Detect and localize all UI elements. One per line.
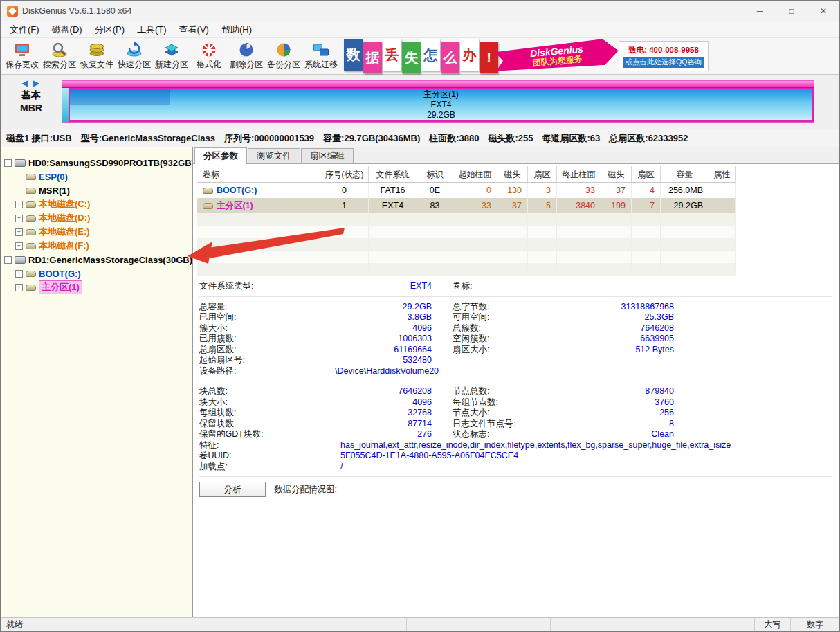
tree-item-label: 主分区(1): [39, 280, 82, 294]
partition-icon: [26, 271, 36, 277]
tree-item-hd0[interactable]: - HD0:SamsungSSD990PRO1TB(932GB): [1, 156, 192, 170]
disk-overview-strip[interactable]: [62, 81, 814, 88]
tab-bar: 分区参数 浏览文件 扇区编辑: [193, 147, 839, 164]
menu-partition[interactable]: 分区(P): [89, 22, 131, 37]
format-icon: [201, 42, 217, 58]
expand-toggle-icon[interactable]: +: [15, 270, 23, 278]
col-end-sector[interactable]: 扇区: [632, 166, 661, 183]
expand-toggle-icon[interactable]: +: [15, 215, 23, 222]
tree-item-label: ESP(0): [39, 172, 68, 182]
detail-row: 总容量:29.2GB总字节数:31318867968: [199, 302, 832, 312]
tree-item-boot-g[interactable]: + BOOT(G:): [1, 267, 192, 280]
used-space-shade: [70, 89, 170, 105]
segment-size: 29.2GB: [427, 110, 455, 120]
tree-item-label: 本地磁盘(E:): [39, 226, 90, 238]
detail-row-uuid: 卷UUID:5F055C4D-1E1A-4880-A595-A06F04EC5C…: [199, 451, 832, 461]
primary-partition-segment[interactable]: 主分区(1) EXT4 29.2GB: [69, 88, 814, 122]
recover-files-button[interactable]: 恢复文件: [78, 39, 116, 73]
col-capacity[interactable]: 容量: [661, 166, 709, 183]
col-start-cylinder[interactable]: 起始柱面: [453, 166, 497, 183]
detail-row: 起始扇区号:532480: [199, 355, 832, 365]
tree-item-primary-partition[interactable]: + 主分区(1): [1, 280, 192, 294]
table-row-primary-selected[interactable]: 主分区(1) 1 EXT4 83 33 37 5 3840 199 7 29.2…: [197, 198, 839, 213]
allocation-map-label: 数据分配情况图:: [274, 484, 337, 496]
prev-disk-arrow-icon[interactable]: ◀: [21, 78, 29, 88]
expand-toggle-icon[interactable]: +: [15, 242, 23, 250]
analyze-button[interactable]: 分析: [199, 482, 266, 497]
new-partition-icon: [163, 42, 180, 58]
table-row-boot[interactable]: BOOT(G:) 0 FAT16 0E 0 130 3 33 37 4 256.…: [197, 183, 839, 198]
search-partition-button[interactable]: 搜索分区: [41, 39, 78, 73]
tree-item-esp[interactable]: ESP(0): [1, 170, 192, 183]
tree-item-local-d[interactable]: + 本地磁盘(D:): [1, 211, 192, 225]
separator: [199, 296, 832, 297]
tree-item-local-f[interactable]: + 本地磁盘(F:): [1, 239, 192, 253]
promo-tile: 么: [441, 42, 459, 73]
close-button[interactable]: ✕: [807, 1, 839, 21]
partition-icon: [26, 188, 36, 194]
expand-toggle-icon[interactable]: +: [15, 228, 23, 236]
disk-scheme-label: MBR: [1, 102, 62, 114]
backup-partition-button[interactable]: 备份分区: [265, 39, 302, 73]
menu-view[interactable]: 查看(V): [173, 22, 215, 37]
expand-toggle-icon[interactable]: +: [15, 284, 23, 291]
detail-row: 保留块数:87714日志文件节点号:8: [199, 419, 832, 429]
col-id[interactable]: 标识: [417, 166, 453, 183]
expand-toggle-icon[interactable]: +: [15, 201, 23, 208]
col-end-head[interactable]: 磁头: [601, 166, 632, 183]
format-button[interactable]: 格式化: [190, 39, 228, 73]
tree-item-local-c[interactable]: + 本地磁盘(C:): [1, 197, 192, 211]
collapse-toggle-icon[interactable]: -: [4, 159, 12, 167]
promo-contact[interactable]: 致电: 400-008-9958 或点击此处选择QQ咨询: [619, 41, 709, 71]
quick-partition-button[interactable]: 快速分区: [116, 39, 153, 73]
promo-qq-link[interactable]: 或点击此处选择QQ咨询: [623, 57, 705, 68]
col-filesystem[interactable]: 文件系统: [369, 166, 417, 183]
detail-row: 块总数:7646208节点总数:879840: [199, 386, 832, 397]
expand-toggle-icon[interactable]: [15, 187, 23, 195]
partition-icon: [26, 243, 36, 249]
tree-item-rd1[interactable]: - RD1:GenericMassStorageClass(30GB): [1, 253, 192, 267]
expand-toggle-icon[interactable]: [15, 173, 23, 181]
promo-tile: 怎: [421, 39, 440, 71]
tree-item-local-e[interactable]: + 本地磁盘(E:): [1, 225, 192, 239]
col-volume[interactable]: 卷标: [197, 166, 320, 183]
collapse-toggle-icon[interactable]: -: [4, 256, 12, 264]
col-attributes[interactable]: 属性: [709, 166, 736, 183]
menu-disk[interactable]: 磁盘(D): [46, 22, 89, 37]
partition-icon: [26, 215, 36, 222]
segment-fs: EXT4: [430, 100, 451, 110]
recover-files-icon: [89, 42, 105, 58]
tool-label: 恢复文件: [80, 59, 113, 71]
col-start-sector[interactable]: 扇区: [528, 166, 557, 183]
menu-help[interactable]: 帮助(H): [215, 22, 258, 37]
tree-item-msr[interactable]: MSR(1): [1, 183, 192, 197]
maximize-button[interactable]: □: [776, 1, 807, 21]
next-disk-arrow-icon[interactable]: ▶: [33, 78, 41, 88]
promo-banner[interactable]: 数 据 丢 失 怎 么 办 ! DiskGenius 团队为您服务 致电: 40…: [344, 39, 709, 73]
minimize-button[interactable]: ─: [744, 1, 776, 21]
backup-partition-icon: [275, 42, 292, 58]
menu-tools[interactable]: 工具(T): [131, 22, 173, 37]
tree-item-label: 本地磁盘(C:): [39, 198, 90, 210]
table-header-row: 卷标 序号(状态) 文件系统 标识 起始柱面 磁头 扇区 终止柱面 磁头 扇区 …: [197, 166, 839, 183]
col-start-head[interactable]: 磁头: [497, 166, 528, 183]
partition-icon: [26, 229, 36, 235]
promo-tile: !: [480, 42, 498, 73]
tab-browse-files[interactable]: 浏览文件: [248, 148, 300, 163]
detail-row: 总扇区数:61169664扇区大小:512 Bytes: [199, 345, 832, 355]
tab-partition-params[interactable]: 分区参数: [194, 147, 247, 164]
col-end-cylinder[interactable]: 终止柱面: [557, 166, 601, 183]
status-segment: [551, 618, 755, 631]
col-index-status[interactable]: 序号(状态): [320, 166, 369, 183]
menu-file[interactable]: 文件(F): [3, 22, 46, 37]
tab-sector-edit[interactable]: 扇区编辑: [301, 148, 354, 163]
system-migration-button[interactable]: 系统迁移: [302, 39, 340, 73]
delete-partition-button[interactable]: 删除分区: [228, 39, 265, 73]
new-partition-button[interactable]: 新建分区: [153, 39, 190, 73]
segment-name: 主分区(1): [423, 89, 459, 100]
boot-partition-segment[interactable]: [62, 88, 69, 122]
separator: [199, 381, 832, 381]
table-empty-row: [197, 251, 839, 263]
status-num-indicator: 数字: [791, 618, 839, 631]
save-changes-button[interactable]: 保存更改: [3, 39, 41, 73]
